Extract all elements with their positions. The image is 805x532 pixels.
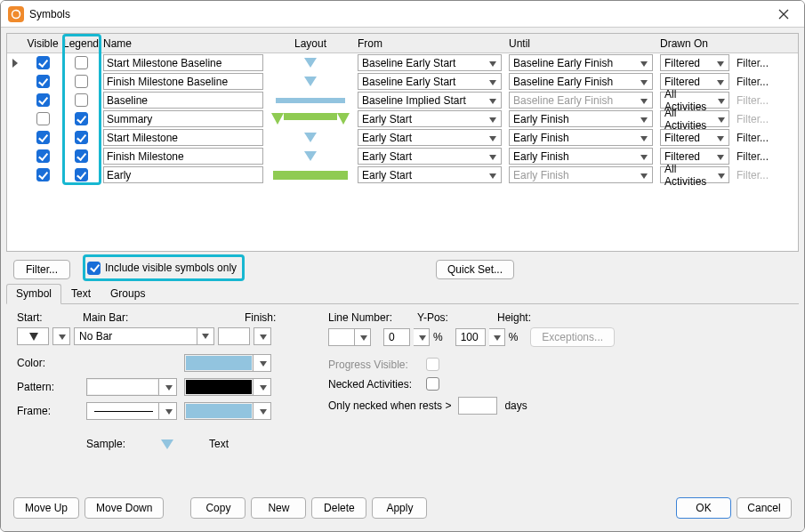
drawn-on-select[interactable]: Filtered xyxy=(660,54,729,71)
tab-groups[interactable]: Groups xyxy=(101,284,155,303)
visible-checkbox[interactable] xyxy=(36,112,50,125)
name-input[interactable]: Finish Milestone Baseline xyxy=(103,73,263,90)
until-select[interactable]: Early Finish xyxy=(509,166,653,183)
legend-checkbox[interactable] xyxy=(75,112,88,125)
frame-color[interactable] xyxy=(184,402,254,420)
until-select[interactable]: Early Finish xyxy=(509,110,653,127)
move-up-button[interactable]: Move Up xyxy=(13,497,79,519)
frame-style[interactable] xyxy=(86,402,159,420)
ok-button[interactable]: OK xyxy=(676,497,731,519)
pattern-left-dd[interactable] xyxy=(159,378,177,396)
table-row[interactable]: Start Milestone BaselineBaseline Early S… xyxy=(7,53,798,72)
legend-checkbox[interactable] xyxy=(75,75,88,88)
drawn-on-select[interactable]: All Activities xyxy=(660,110,729,127)
col-from[interactable]: From xyxy=(354,37,505,50)
linenum-label: Line Number: xyxy=(328,311,399,324)
frame-style-dd[interactable] xyxy=(159,402,177,420)
from-select[interactable]: Early Start xyxy=(358,129,502,146)
table-row[interactable]: SummaryEarly StartEarly FinishAll Activi… xyxy=(7,109,798,128)
col-layout[interactable]: Layout xyxy=(267,37,354,50)
from-select[interactable]: Baseline Implied Start xyxy=(358,92,502,109)
pattern-left[interactable] xyxy=(86,378,159,396)
drawn-on-select[interactable]: All Activities xyxy=(660,166,729,183)
copy-button[interactable]: Copy xyxy=(190,497,246,519)
legend-checkbox[interactable] xyxy=(75,168,88,181)
col-name[interactable]: Name xyxy=(100,37,267,50)
close-button[interactable] xyxy=(770,1,797,28)
name-input[interactable]: Start Milestone xyxy=(103,129,263,146)
from-select[interactable]: Early Start xyxy=(358,166,502,183)
filter-button[interactable]: Filter... xyxy=(13,260,70,279)
row-filter-link[interactable]: Filter... xyxy=(737,57,769,69)
visible-checkbox[interactable] xyxy=(36,93,50,107)
pattern-right[interactable] xyxy=(184,378,254,396)
visible-checkbox[interactable] xyxy=(36,75,50,88)
visible-checkbox[interactable] xyxy=(36,168,50,181)
layout-preview xyxy=(267,58,354,68)
table-row[interactable]: Start MilestoneEarly StartEarly FinishFi… xyxy=(7,128,798,147)
visible-checkbox[interactable] xyxy=(36,149,50,163)
titlebar: Symbols xyxy=(1,1,804,28)
col-drawn-on[interactable]: Drawn On xyxy=(656,37,733,50)
cancel-button[interactable]: Cancel xyxy=(737,497,792,519)
finish-shape-dd[interactable] xyxy=(254,327,271,345)
row-filter-link[interactable]: Filter... xyxy=(737,76,769,88)
move-down-button[interactable]: Move Down xyxy=(85,497,164,519)
quick-set-button[interactable]: Quick Set... xyxy=(436,260,514,279)
from-select[interactable]: Early Start xyxy=(358,110,502,127)
name-input[interactable]: Start Milestone Baseline xyxy=(103,54,263,71)
legend-checkbox[interactable] xyxy=(75,149,88,163)
exceptions-button[interactable]: Exceptions... xyxy=(530,327,615,347)
name-input[interactable]: Early xyxy=(103,166,263,183)
row-filter-link[interactable]: Filter... xyxy=(737,150,769,163)
mainbar-select[interactable]: No Bar xyxy=(74,327,214,345)
until-select[interactable]: Baseline Early Finish xyxy=(509,73,653,90)
color-swatch[interactable] xyxy=(184,354,254,372)
drawn-on-select[interactable]: Filtered xyxy=(660,129,729,146)
include-visible-checkbox[interactable] xyxy=(87,262,101,275)
col-legend[interactable]: Legend xyxy=(62,37,100,50)
height-select[interactable]: 100 xyxy=(455,328,486,346)
from-select[interactable]: Baseline Early Start xyxy=(358,73,502,90)
start-shape-select[interactable] xyxy=(17,327,49,345)
name-input[interactable]: Summary xyxy=(103,110,263,127)
visible-checkbox[interactable] xyxy=(36,56,50,69)
apply-button[interactable]: Apply xyxy=(372,497,427,519)
new-button[interactable]: New xyxy=(251,497,306,519)
row-filter-link: Filter... xyxy=(737,169,769,181)
delete-button[interactable]: Delete xyxy=(311,497,366,519)
name-input[interactable]: Finish Milestone xyxy=(103,148,263,165)
frame-label: Frame: xyxy=(17,405,86,417)
table-row[interactable]: EarlyEarly StartEarly FinishAll Activiti… xyxy=(7,165,798,184)
row-filter-link[interactable]: Filter... xyxy=(737,132,769,144)
color-dd[interactable] xyxy=(254,354,271,372)
frame-color-dd[interactable] xyxy=(254,402,271,420)
until-select[interactable]: Early Finish xyxy=(509,129,653,146)
height-label: Height: xyxy=(497,311,559,324)
from-select[interactable]: Baseline Early Start xyxy=(358,54,502,71)
start-shape-dd[interactable] xyxy=(52,327,70,345)
sample-preview-icon xyxy=(161,439,173,449)
linenum-select[interactable] xyxy=(328,328,355,346)
legend-checkbox[interactable] xyxy=(75,131,88,144)
legend-checkbox[interactable] xyxy=(75,93,88,107)
col-until[interactable]: Until xyxy=(505,37,656,50)
tab-text[interactable]: Text xyxy=(61,284,101,303)
until-select[interactable]: Early Finish xyxy=(509,148,653,165)
name-input[interactable]: Baseline xyxy=(103,92,263,109)
visible-checkbox[interactable] xyxy=(36,131,50,144)
from-select[interactable]: Early Start xyxy=(358,148,502,165)
until-select[interactable]: Baseline Early Finish xyxy=(509,92,653,109)
tab-symbol[interactable]: Symbol xyxy=(6,284,61,304)
until-select[interactable]: Baseline Early Finish xyxy=(509,54,653,71)
legend-checkbox[interactable] xyxy=(75,56,88,69)
necked-checkbox[interactable] xyxy=(426,377,439,391)
include-visible-highlight: Include visible symbols only xyxy=(83,254,245,281)
ypos-select[interactable]: 0 xyxy=(383,328,410,346)
progress-checkbox[interactable] xyxy=(426,358,439,371)
finish-shape-select[interactable] xyxy=(218,327,250,345)
necked-label: Necked Activities: xyxy=(328,378,417,391)
necked-days-input[interactable] xyxy=(458,397,497,415)
pattern-right-dd[interactable] xyxy=(254,378,271,396)
col-visible[interactable]: Visible xyxy=(23,37,62,50)
